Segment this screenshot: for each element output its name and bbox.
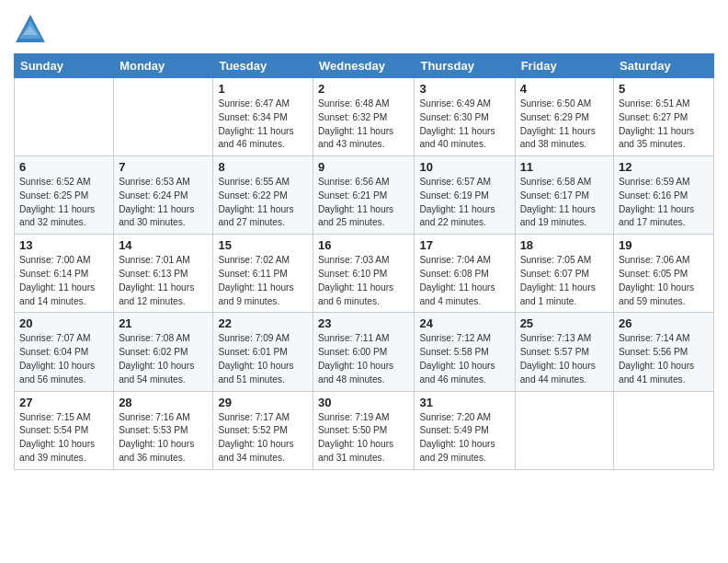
calendar-cell: 3Sunrise: 6:49 AM Sunset: 6:30 PM Daylig…: [415, 78, 515, 156]
calendar-cell: 10Sunrise: 6:57 AM Sunset: 6:19 PM Dayli…: [415, 156, 515, 235]
day-number: 10: [419, 160, 509, 174]
calendar-cell: 25Sunrise: 7:13 AM Sunset: 5:57 PM Dayli…: [515, 313, 613, 391]
day-number: 19: [619, 238, 709, 252]
calendar-cell: 1Sunrise: 6:47 AM Sunset: 6:34 PM Daylig…: [213, 78, 313, 156]
day-number: 26: [619, 316, 709, 330]
calendar-cell: [114, 78, 213, 156]
page: SundayMondayTuesdayWednesdayThursdayFrid…: [0, 0, 728, 563]
day-number: 24: [419, 316, 509, 330]
day-info: Sunrise: 7:13 AM Sunset: 5:57 PM Dayligh…: [520, 332, 609, 386]
weekday-header-thursday: Thursday: [415, 54, 515, 78]
weekday-header-sunday: Sunday: [15, 54, 114, 78]
week-row-2: 6Sunrise: 6:52 AM Sunset: 6:25 PM Daylig…: [15, 156, 714, 235]
day-info: Sunrise: 7:19 AM Sunset: 5:50 PM Dayligh…: [318, 411, 409, 465]
day-number: 21: [119, 316, 208, 330]
calendar-cell: 9Sunrise: 6:56 AM Sunset: 6:21 PM Daylig…: [313, 156, 415, 235]
weekday-header-friday: Friday: [515, 54, 613, 78]
day-info: Sunrise: 6:53 AM Sunset: 6:24 PM Dayligh…: [119, 176, 208, 230]
day-number: 8: [218, 160, 308, 174]
day-number: 13: [19, 238, 108, 252]
logo: [14, 13, 51, 46]
header: [14, 9, 714, 46]
calendar-cell: 14Sunrise: 7:01 AM Sunset: 6:13 PM Dayli…: [114, 235, 213, 313]
day-number: 12: [619, 160, 709, 174]
day-number: 20: [19, 316, 108, 330]
day-info: Sunrise: 7:15 AM Sunset: 5:54 PM Dayligh…: [19, 411, 108, 465]
weekday-header-tuesday: Tuesday: [213, 54, 313, 78]
calendar-cell: 15Sunrise: 7:02 AM Sunset: 6:11 PM Dayli…: [213, 235, 313, 313]
day-number: 3: [419, 82, 509, 96]
weekday-header-wednesday: Wednesday: [313, 54, 415, 78]
day-info: Sunrise: 6:51 AM Sunset: 6:27 PM Dayligh…: [619, 98, 709, 152]
calendar-cell: 13Sunrise: 7:00 AM Sunset: 6:14 PM Dayli…: [15, 235, 114, 313]
calendar-cell: 31Sunrise: 7:20 AM Sunset: 5:49 PM Dayli…: [415, 391, 515, 469]
day-number: 30: [318, 396, 409, 409]
day-number: 14: [119, 238, 208, 252]
day-number: 5: [619, 82, 709, 96]
day-info: Sunrise: 7:14 AM Sunset: 5:56 PM Dayligh…: [619, 332, 709, 386]
day-info: Sunrise: 7:02 AM Sunset: 6:11 PM Dayligh…: [218, 254, 308, 308]
day-info: Sunrise: 7:08 AM Sunset: 6:02 PM Dayligh…: [119, 332, 208, 386]
day-info: Sunrise: 6:47 AM Sunset: 6:34 PM Dayligh…: [218, 98, 308, 152]
calendar-cell: [15, 78, 114, 156]
calendar-cell: 23Sunrise: 7:11 AM Sunset: 6:00 PM Dayli…: [313, 313, 415, 391]
day-info: Sunrise: 7:09 AM Sunset: 6:01 PM Dayligh…: [218, 332, 308, 386]
calendar-cell: 26Sunrise: 7:14 AM Sunset: 5:56 PM Dayli…: [614, 313, 714, 391]
calendar-cell: 4Sunrise: 6:50 AM Sunset: 6:29 PM Daylig…: [515, 78, 613, 156]
weekday-header-row: SundayMondayTuesdayWednesdayThursdayFrid…: [15, 54, 714, 78]
calendar-cell: 6Sunrise: 6:52 AM Sunset: 6:25 PM Daylig…: [15, 156, 114, 235]
day-info: Sunrise: 7:01 AM Sunset: 6:13 PM Dayligh…: [119, 254, 208, 308]
day-info: Sunrise: 7:03 AM Sunset: 6:10 PM Dayligh…: [318, 254, 409, 308]
calendar-cell: 21Sunrise: 7:08 AM Sunset: 6:02 PM Dayli…: [114, 313, 213, 391]
day-info: Sunrise: 7:07 AM Sunset: 6:04 PM Dayligh…: [19, 332, 108, 386]
calendar-cell: 29Sunrise: 7:17 AM Sunset: 5:52 PM Dayli…: [213, 391, 313, 469]
calendar-cell: [614, 391, 714, 469]
day-number: 6: [19, 160, 108, 174]
calendar-cell: 30Sunrise: 7:19 AM Sunset: 5:50 PM Dayli…: [313, 391, 415, 469]
calendar-cell: [515, 391, 613, 469]
day-number: 11: [520, 160, 609, 174]
day-number: 27: [19, 396, 108, 409]
calendar-cell: 27Sunrise: 7:15 AM Sunset: 5:54 PM Dayli…: [15, 391, 114, 469]
day-number: 9: [318, 160, 409, 174]
day-info: Sunrise: 7:05 AM Sunset: 6:07 PM Dayligh…: [520, 254, 609, 308]
day-info: Sunrise: 6:52 AM Sunset: 6:25 PM Dayligh…: [19, 176, 108, 230]
calendar-cell: 24Sunrise: 7:12 AM Sunset: 5:58 PM Dayli…: [415, 313, 515, 391]
calendar-cell: 7Sunrise: 6:53 AM Sunset: 6:24 PM Daylig…: [114, 156, 213, 235]
weekday-header-monday: Monday: [114, 54, 213, 78]
day-number: 16: [318, 238, 409, 252]
day-number: 29: [218, 396, 308, 409]
day-info: Sunrise: 6:49 AM Sunset: 6:30 PM Dayligh…: [419, 98, 509, 152]
calendar-cell: 17Sunrise: 7:04 AM Sunset: 6:08 PM Dayli…: [415, 235, 515, 313]
calendar-cell: 20Sunrise: 7:07 AM Sunset: 6:04 PM Dayli…: [15, 313, 114, 391]
day-info: Sunrise: 6:58 AM Sunset: 6:17 PM Dayligh…: [520, 176, 609, 230]
weekday-header-saturday: Saturday: [614, 54, 714, 78]
calendar-cell: 11Sunrise: 6:58 AM Sunset: 6:17 PM Dayli…: [515, 156, 613, 235]
day-info: Sunrise: 6:56 AM Sunset: 6:21 PM Dayligh…: [318, 176, 409, 230]
calendar-cell: 2Sunrise: 6:48 AM Sunset: 6:32 PM Daylig…: [313, 78, 415, 156]
logo-icon: [14, 13, 47, 46]
calendar-cell: 8Sunrise: 6:55 AM Sunset: 6:22 PM Daylig…: [213, 156, 313, 235]
calendar-cell: 16Sunrise: 7:03 AM Sunset: 6:10 PM Dayli…: [313, 235, 415, 313]
calendar-table: SundayMondayTuesdayWednesdayThursdayFrid…: [14, 53, 714, 470]
day-info: Sunrise: 6:57 AM Sunset: 6:19 PM Dayligh…: [419, 176, 509, 230]
day-number: 31: [419, 396, 509, 409]
day-info: Sunrise: 7:11 AM Sunset: 6:00 PM Dayligh…: [318, 332, 409, 386]
calendar-cell: 22Sunrise: 7:09 AM Sunset: 6:01 PM Dayli…: [213, 313, 313, 391]
week-row-1: 1Sunrise: 6:47 AM Sunset: 6:34 PM Daylig…: [15, 78, 714, 156]
day-number: 15: [218, 238, 308, 252]
day-info: Sunrise: 6:55 AM Sunset: 6:22 PM Dayligh…: [218, 176, 308, 230]
day-info: Sunrise: 7:00 AM Sunset: 6:14 PM Dayligh…: [19, 254, 108, 308]
day-number: 25: [520, 316, 609, 330]
week-row-3: 13Sunrise: 7:00 AM Sunset: 6:14 PM Dayli…: [15, 235, 714, 313]
calendar-cell: 5Sunrise: 6:51 AM Sunset: 6:27 PM Daylig…: [614, 78, 714, 156]
day-info: Sunrise: 7:12 AM Sunset: 5:58 PM Dayligh…: [419, 332, 509, 386]
day-info: Sunrise: 7:16 AM Sunset: 5:53 PM Dayligh…: [119, 411, 208, 465]
calendar-cell: 28Sunrise: 7:16 AM Sunset: 5:53 PM Dayli…: [114, 391, 213, 469]
day-info: Sunrise: 7:04 AM Sunset: 6:08 PM Dayligh…: [419, 254, 509, 308]
day-number: 7: [119, 160, 208, 174]
calendar-cell: 12Sunrise: 6:59 AM Sunset: 6:16 PM Dayli…: [614, 156, 714, 235]
day-number: 2: [318, 82, 409, 96]
day-info: Sunrise: 7:17 AM Sunset: 5:52 PM Dayligh…: [218, 411, 308, 465]
week-row-5: 27Sunrise: 7:15 AM Sunset: 5:54 PM Dayli…: [15, 391, 714, 469]
